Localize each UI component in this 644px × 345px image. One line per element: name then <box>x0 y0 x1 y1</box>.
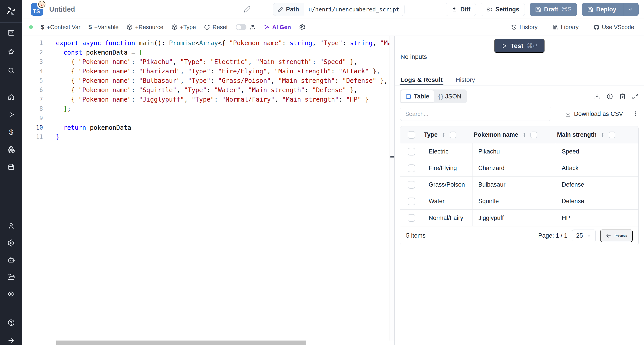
ai-gen-button[interactable]: AI Gen <box>264 24 291 31</box>
plus-minus-icon <box>451 7 457 13</box>
multiplayer-toggle[interactable] <box>236 24 246 30</box>
sidebar-item-apps[interactable] <box>7 29 16 37</box>
sort-icon[interactable] <box>600 132 606 138</box>
sidebar-item-variables[interactable]: $ <box>7 128 16 137</box>
download-icon <box>565 111 571 117</box>
chevron-down-icon <box>586 233 592 238</box>
braces-icon: { } <box>438 93 443 100</box>
column-checkbox[interactable] <box>609 132 616 138</box>
row-checkbox[interactable] <box>408 198 415 205</box>
deploy-dropdown[interactable] <box>623 3 633 16</box>
column-label: Main strength <box>557 131 596 138</box>
search-input[interactable] <box>400 107 551 121</box>
sidebar-item-audit[interactable] <box>7 289 16 298</box>
code-text: return pokemonData <box>56 124 394 131</box>
save-icon <box>587 7 593 13</box>
table-cell: Defense <box>556 177 638 193</box>
code-text: { "Pokemon name": "Jigglypuff", "Type": … <box>56 96 394 103</box>
draft-label: Draft <box>544 6 558 13</box>
sidebar-item-folders[interactable] <box>7 272 16 281</box>
library-button[interactable]: Library <box>552 24 578 31</box>
tab-history[interactable]: History <box>456 74 475 85</box>
code-line[interactable]: 7 { "Pokemon name": "Jigglypuff", "Type"… <box>22 95 394 104</box>
sidebar-item-search[interactable] <box>7 66 16 75</box>
previous-page-button[interactable]: Previous <box>600 230 632 242</box>
gear-icon <box>486 7 492 13</box>
use-vscode-button[interactable]: Use VScode <box>593 24 634 31</box>
download-result-icon[interactable] <box>594 93 600 100</box>
code-editor[interactable]: 1export async function main(): Promise<A… <box>22 36 395 345</box>
test-run-button[interactable]: Test ⌘↵ <box>494 39 544 53</box>
row-checkbox[interactable] <box>408 181 415 189</box>
reset-button[interactable]: Reset <box>204 24 228 31</box>
variable-button[interactable]: $+Variable <box>88 24 119 31</box>
windmill-logo-icon[interactable] <box>0 0 22 22</box>
more-options-kebab-icon[interactable] <box>632 111 639 117</box>
column-checkbox[interactable] <box>530 132 537 138</box>
select-all-checkbox[interactable] <box>408 131 415 139</box>
script-path-chip[interactable]: Path u/henri/unencumbered_script <box>273 3 404 16</box>
sidebar-item-home[interactable] <box>7 93 16 102</box>
sidebar-item-favorites[interactable] <box>7 47 16 56</box>
code-line[interactable]: 1export async function main(): Promise<A… <box>22 38 394 48</box>
table-cell: Bulbasaur <box>472 177 556 193</box>
save-icon <box>535 7 541 13</box>
table-cell: Defense <box>556 193 638 210</box>
sidebar-item-settings[interactable] <box>7 238 16 247</box>
row-checkbox[interactable] <box>408 214 415 222</box>
sidebar-item-schedules[interactable] <box>7 162 16 171</box>
draft-button[interactable]: Draft ⌘S <box>530 3 577 16</box>
type-button[interactable]: +Type <box>172 24 196 31</box>
code-text: export async function main(): Promise<Ar… <box>56 39 394 47</box>
code-line[interactable]: 8 ]; <box>22 104 394 113</box>
editor-overview-ruler <box>390 36 394 340</box>
view-table[interactable]: Table <box>401 90 434 103</box>
toolbar-label: Reset <box>212 24 228 31</box>
sidebar-item-help[interactable] <box>7 318 16 327</box>
column-label: Type <box>424 131 438 138</box>
toolbar-label: +Resource <box>135 24 163 31</box>
download-csv-button[interactable]: Download as CSV <box>565 111 623 118</box>
code-line[interactable]: 2 const pokemonData = [ <box>22 48 394 57</box>
diff-label: Diff <box>460 6 470 13</box>
resource-button[interactable]: +Resource <box>126 24 163 31</box>
sidebar-item-workers[interactable] <box>7 255 16 264</box>
copy-to-clipboard-icon[interactable] <box>619 93 626 100</box>
editor-horizontal-scrollbar[interactable] <box>56 340 306 345</box>
code-line[interactable]: 6 { "Pokemon name": "Squirtle", "Type": … <box>22 85 394 95</box>
edit-title-pencil-icon[interactable] <box>244 6 250 13</box>
result-tabs: Logs & ResultHistory <box>395 74 644 86</box>
table-cell: Squirtle <box>472 193 556 210</box>
sort-icon[interactable] <box>522 132 527 138</box>
expand-icon[interactable] <box>632 93 639 100</box>
tab-logs-result[interactable]: Logs & Result <box>400 74 442 85</box>
sidebar: $ <box>0 0 22 345</box>
code-line[interactable]: 11} <box>22 132 394 142</box>
line-number: 1 <box>22 40 56 46</box>
deploy-button[interactable]: Deploy <box>582 3 639 16</box>
page-size-select[interactable]: 25 <box>572 230 596 242</box>
code-line[interactable]: 3 { "Pokemon name": "Pikachu", "Type": "… <box>22 57 394 67</box>
view-json[interactable]: { }JSON <box>434 90 466 103</box>
history-button[interactable]: History <box>511 24 538 31</box>
row-checkbox[interactable] <box>408 164 415 172</box>
code-line[interactable]: 5 { "Pokemon name": "Bulbasaur", "Type":… <box>22 76 394 85</box>
info-icon[interactable] <box>606 93 613 100</box>
row-checkbox[interactable] <box>408 148 415 156</box>
sidebar-item-users[interactable] <box>7 221 16 230</box>
code-line[interactable]: 9 <box>22 113 394 123</box>
toolbar-label: +Context Var <box>47 24 80 31</box>
sort-icon[interactable] <box>441 132 446 138</box>
code-line[interactable]: 4 { "Pokemon name": "Charizard", "Type":… <box>22 67 394 76</box>
contextvar-button[interactable]: $+Context Var <box>41 24 80 31</box>
sidebar-item-collapse[interactable] <box>7 336 16 345</box>
settings-button[interactable]: Settings <box>481 3 525 16</box>
column-checkbox[interactable] <box>450 132 456 138</box>
code-text: } <box>56 133 394 141</box>
sidebar-item-resources[interactable] <box>7 145 16 154</box>
code-line[interactable]: 10 return pokemonData <box>22 123 394 132</box>
editor-settings-gear-icon[interactable] <box>299 24 306 31</box>
sidebar-item-runs[interactable] <box>7 110 16 119</box>
diff-button[interactable]: Diff <box>446 3 476 16</box>
table-cell: Charizard <box>472 160 556 177</box>
